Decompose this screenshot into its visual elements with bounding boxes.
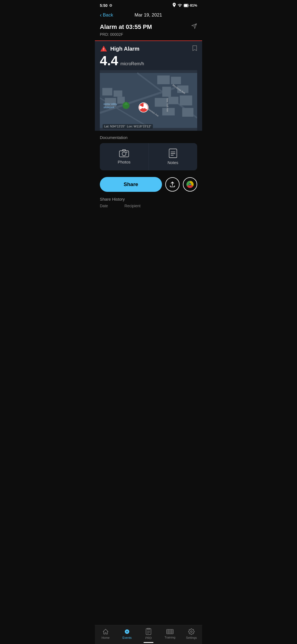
notes-button[interactable]: Notes bbox=[149, 143, 197, 170]
reading-display: 4.4 microRem/h bbox=[100, 54, 197, 68]
share-history-headers: Date Recipient bbox=[100, 204, 197, 208]
svg-rect-17 bbox=[180, 95, 192, 105]
svg-rect-32 bbox=[126, 152, 127, 153]
reading-unit: microRem/h bbox=[120, 61, 144, 66]
bookmark-icon[interactable] bbox=[192, 45, 197, 53]
signal-icon: ⊙ bbox=[109, 3, 112, 7]
alarm-type-left: ! High Alarm bbox=[100, 45, 139, 53]
svg-text:eenta Valley: eenta Valley bbox=[104, 103, 117, 105]
svg-rect-18 bbox=[182, 108, 194, 117]
radiation-icon bbox=[185, 180, 195, 189]
warning-triangle-icon: ! bbox=[100, 45, 108, 53]
svg-rect-8 bbox=[114, 91, 122, 97]
date-header: Date bbox=[100, 204, 108, 208]
alarm-card: ! High Alarm 4.4 microRem/h bbox=[95, 41, 202, 131]
documentation-label: Documentation bbox=[100, 135, 197, 140]
map-container[interactable]: Montrose Ave Honolulu Ave New York Ave e… bbox=[100, 70, 197, 131]
actions-row: Share bbox=[95, 173, 202, 195]
notes-label: Notes bbox=[167, 160, 178, 165]
svg-rect-15 bbox=[155, 98, 167, 107]
svg-rect-33 bbox=[169, 149, 177, 158]
alarm-type-label: High Alarm bbox=[110, 46, 139, 52]
svg-point-39 bbox=[189, 184, 191, 185]
alarm-title-section: Alarm at 03:55 PM PRD: 00002F bbox=[95, 21, 202, 40]
svg-rect-7 bbox=[102, 88, 112, 95]
recipient-header: Recipient bbox=[125, 204, 141, 208]
alarm-title-text: Alarm at 03:55 PM bbox=[100, 23, 152, 31]
radiation-button[interactable] bbox=[183, 177, 197, 192]
svg-rect-10 bbox=[117, 97, 125, 103]
wifi-icon bbox=[178, 3, 182, 8]
time-display: 5:50 bbox=[100, 3, 108, 8]
svg-text:New York Ave: New York Ave bbox=[166, 98, 169, 112]
upload-icon bbox=[169, 181, 176, 188]
svg-text:skatepark: skatepark bbox=[104, 106, 115, 109]
documentation-buttons: Photos Notes bbox=[100, 143, 197, 170]
back-chevron-icon: ‹ bbox=[100, 12, 102, 18]
svg-rect-1 bbox=[184, 4, 188, 7]
map-svg: Montrose Ave Honolulu Ave New York Ave e… bbox=[100, 70, 197, 131]
notes-icon bbox=[169, 149, 177, 158]
share-button[interactable]: Share bbox=[100, 177, 162, 192]
svg-rect-16 bbox=[169, 97, 178, 104]
svg-rect-14 bbox=[162, 87, 171, 97]
battery-icon: 81% bbox=[184, 3, 197, 7]
map-coordinates: Lat: N34°13'25" Lon: W118°15'13" bbox=[103, 124, 153, 129]
battery-percent: 81% bbox=[190, 3, 197, 7]
documentation-section: Documentation Photos bbox=[95, 131, 202, 173]
share-history-title: Share History bbox=[100, 197, 197, 201]
svg-rect-12 bbox=[171, 77, 181, 84]
svg-text:!: ! bbox=[103, 47, 104, 51]
svg-rect-11 bbox=[157, 75, 170, 84]
prd-label: PRD: 00002F bbox=[100, 32, 197, 37]
header-date: Mar 19, 2021 bbox=[134, 12, 162, 18]
status-right: 81% bbox=[172, 3, 197, 8]
svg-point-31 bbox=[122, 152, 126, 156]
header: ‹ Back Mar 19, 2021 bbox=[95, 10, 202, 21]
upload-button[interactable] bbox=[165, 177, 180, 192]
location-icon bbox=[172, 3, 176, 8]
status-bar: 5:50 ⊙ 81% bbox=[95, 0, 202, 10]
reading-value: 4.4 bbox=[100, 54, 118, 67]
camera-icon bbox=[119, 149, 129, 157]
alarm-type-row: ! High Alarm bbox=[100, 45, 197, 53]
back-label: Back bbox=[103, 12, 113, 18]
status-left: 5:50 ⊙ bbox=[100, 3, 112, 8]
alarm-title: Alarm at 03:55 PM bbox=[100, 23, 197, 31]
back-button[interactable]: ‹ Back bbox=[100, 12, 113, 18]
share-history-section: Share History Date Recipient bbox=[95, 195, 202, 211]
photos-label: Photos bbox=[118, 160, 131, 164]
send-icon[interactable] bbox=[191, 23, 197, 31]
photos-button[interactable]: Photos bbox=[100, 143, 149, 170]
